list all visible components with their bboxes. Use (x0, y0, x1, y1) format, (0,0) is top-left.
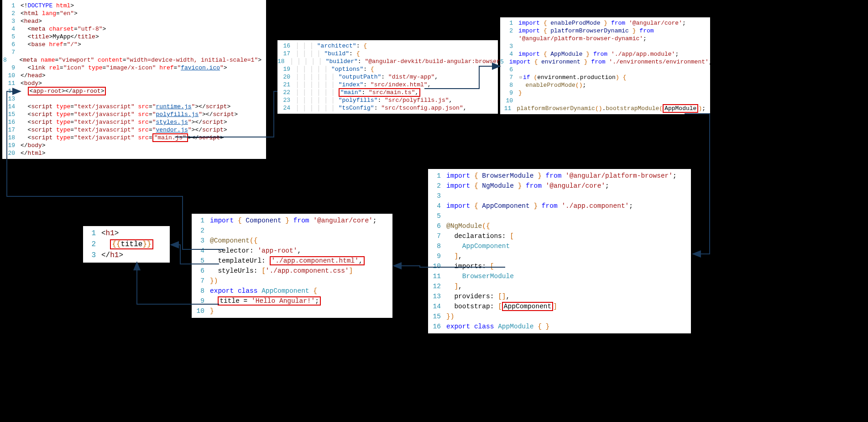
code-line: 16 <script type="text/javascript" src="s… (2, 118, 266, 126)
code-line: 10 (500, 97, 710, 105)
line-content: │ │ │ "architect": { (296, 42, 498, 49)
line-number: 2 (428, 182, 446, 190)
code-line: 4 selector: 'app-root', (192, 246, 392, 256)
line-content: }) (446, 313, 691, 320)
code-line: 7 (2, 48, 266, 56)
line-number: 16 (2, 119, 21, 126)
line-number: 12 (2, 88, 21, 95)
line-number: 2 (192, 227, 210, 234)
code-line: 7 declarations: [ (428, 231, 691, 241)
line-content: export class AppComponent { (210, 287, 392, 295)
code-line: 11<body> (2, 79, 266, 87)
line-number: 9 (500, 90, 518, 96)
code-line: 8 AppComponent (428, 241, 691, 251)
line-content: import { BrowserModule } from '@angular/… (446, 172, 691, 179)
code-line: 5import { environment } from './environm… (500, 58, 710, 66)
line-content: </h1> (101, 251, 170, 259)
line-number: 23 (277, 97, 296, 104)
line-number: 3 (192, 237, 210, 244)
line-content: <!DOCTYPE html> (21, 2, 266, 9)
line-content: │ │ │ │ │ "options": { (296, 66, 498, 73)
line-content: AppComponent (446, 243, 691, 250)
line-content: <script type="text/javascript" src="vend… (21, 127, 266, 133)
code-line: 9 title = 'Hello Angular!'; (192, 296, 392, 306)
code-line: 5 (428, 211, 691, 221)
line-number: 2 (500, 27, 518, 34)
fold-icon[interactable]: ⊟ (518, 75, 523, 80)
code-content: 1import { BrowserModule } from '@angular… (428, 171, 691, 332)
line-number: 2 (2, 10, 21, 17)
line-content: │ │ │ │ "build": { (296, 50, 498, 57)
line-number: 6 (192, 267, 210, 274)
line-number: 8 (2, 57, 12, 63)
line-number: 10 (428, 263, 446, 270)
line-number: 15 (428, 313, 446, 320)
line-number: 5 (428, 212, 446, 220)
line-number: 7 (192, 277, 210, 285)
code-line: 14 <script type="text/javascript" src="r… (2, 103, 266, 111)
line-content: <title>MyApp</title> (21, 33, 266, 40)
code-line: 10} (192, 306, 392, 316)
line-number: 3 (500, 43, 518, 50)
line-content (21, 49, 266, 56)
line-number: 8 (428, 243, 446, 250)
code-line: 6 <base href="/"> (2, 41, 266, 48)
line-content: <script type="text/javascript" src="runt… (21, 103, 266, 110)
line-number: 3 (83, 251, 101, 259)
code-line: 15}) (428, 311, 691, 322)
code-panel-index-html: 1<!DOCTYPE html>2<html lang="en">3<head>… (2, 0, 266, 159)
code-line: 12 <app-root></app-root> (2, 87, 266, 95)
code-line: 6 styleUrls: ['./app.component.css'] (192, 266, 392, 276)
line-content: │ │ │ │ │ │ "tsConfig": "src/tsconfig.ap… (296, 105, 498, 111)
code-line: 21│ │ │ │ │ │ "index": "src/index.html", (277, 81, 498, 89)
line-number: 18 (2, 134, 21, 141)
code-line: 2<html lang="en"> (2, 10, 266, 17)
line-content: <script type="text/javascript" src="main… (21, 134, 266, 141)
code-line: 7}) (192, 276, 392, 286)
line-content: declarations: [ (446, 232, 691, 240)
code-line: 17 <script type="text/javascript" src="v… (2, 126, 266, 134)
line-number: 6 (500, 66, 518, 73)
code-line: 15 <script type="text/javascript" src="p… (2, 111, 266, 118)
line-content: <base href="/"> (21, 41, 266, 48)
line-number: 5 (500, 58, 509, 65)
line-content: platformBrowserDynamic().bootstrapModule… (517, 105, 710, 112)
code-line: 10</head> (2, 72, 266, 79)
code-line: 14 bootstrap: [AppComponent] (428, 301, 691, 311)
line-number: 16 (428, 323, 446, 330)
line-content: enableProdMode(); (518, 82, 710, 89)
code-line: 22│ │ │ │ │ │ "main": "src/main.ts", (277, 89, 498, 96)
line-number: 20 (2, 150, 21, 157)
code-line: 2import { NgModule } from '@angular/core… (428, 181, 691, 191)
line-content: <h1> (101, 229, 170, 237)
line-number: 7 (500, 74, 518, 81)
code-line: 1<!DOCTYPE html> (2, 2, 266, 10)
line-content (446, 212, 691, 220)
code-line: 11platformBrowserDynamic().bootstrapModu… (500, 105, 710, 112)
code-line: 10 imports: [ (428, 261, 691, 271)
line-content: if (environment.production) { (523, 74, 710, 81)
code-line: 13 providers: [], (428, 291, 691, 301)
line-number: 19 (277, 66, 296, 73)
code-line: 13 (2, 95, 266, 103)
line-number: 5 (2, 33, 21, 40)
code-line: 2import { platformBrowserDynamic } from (500, 27, 710, 35)
line-content: }) (210, 277, 392, 285)
code-line: 18 <script type="text/javascript" src="m… (2, 134, 266, 142)
line-number: 14 (2, 103, 21, 110)
line-number: 24 (277, 105, 296, 111)
line-number: 4 (428, 202, 446, 210)
code-line: 2 {{title}} (83, 239, 170, 250)
code-line: 8 enableProdMode(); (500, 81, 710, 89)
line-content: <meta charset="utf-8"> (21, 26, 266, 32)
line-content: │ │ │ │ │ │ "index": "src/index.html", (296, 81, 498, 88)
line-content: {{title}} (101, 240, 170, 248)
line-content (446, 192, 691, 200)
code-line: 1import { enableProdMode } from '@angula… (500, 19, 710, 27)
line-number: 8 (500, 82, 518, 89)
line-number: 16 (277, 42, 296, 49)
code-line: 12 ], (428, 281, 691, 291)
line-number: 22 (277, 89, 296, 96)
line-content: providers: [], (446, 293, 691, 300)
line-content: selector: 'app-root', (210, 247, 392, 254)
